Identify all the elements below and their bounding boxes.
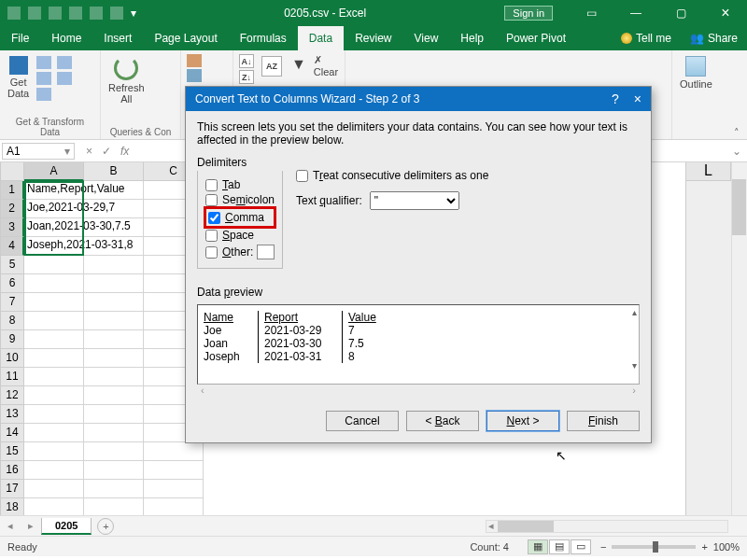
- tab-power-pivot[interactable]: Power Pivot: [495, 26, 577, 50]
- redo-icon[interactable]: [49, 7, 62, 20]
- tell-me[interactable]: Tell me: [612, 26, 681, 50]
- cell[interactable]: [24, 461, 84, 480]
- back-button[interactable]: < Back: [406, 411, 479, 431]
- outline-button[interactable]: Outline: [678, 54, 714, 91]
- cell[interactable]: [24, 442, 84, 461]
- zoom-in-button[interactable]: +: [701, 541, 707, 553]
- scroll-left-icon[interactable]: ◂: [486, 520, 496, 532]
- cell[interactable]: [24, 274, 84, 293]
- maximize-button[interactable]: ▢: [659, 0, 702, 26]
- preview-scroll-down-icon[interactable]: ▾: [632, 360, 637, 371]
- next-button[interactable]: Next >: [486, 411, 559, 431]
- cell[interactable]: [24, 405, 84, 424]
- row-header[interactable]: 4: [0, 237, 24, 256]
- tab-view[interactable]: View: [403, 26, 450, 50]
- row-header[interactable]: 8: [0, 312, 24, 330]
- qat-icon[interactable]: [110, 7, 123, 20]
- tab-data[interactable]: Data: [298, 26, 344, 50]
- row-header[interactable]: 14: [0, 424, 24, 442]
- new-sheet-button[interactable]: +: [97, 518, 114, 535]
- close-button[interactable]: ×: [704, 0, 747, 26]
- cell[interactable]: Name,Report,Value: [24, 181, 84, 200]
- sheet-tab-active[interactable]: 0205: [41, 518, 92, 535]
- qat-dropdown-icon[interactable]: ▾: [131, 7, 138, 20]
- chevron-down-icon[interactable]: ▾: [64, 145, 70, 158]
- fx-icon[interactable]: fx: [120, 145, 129, 158]
- cell[interactable]: [84, 461, 144, 480]
- ribbon-options-icon[interactable]: ▭: [570, 0, 613, 26]
- cell[interactable]: [84, 386, 144, 405]
- tab-home[interactable]: Home: [40, 26, 92, 50]
- minimize-button[interactable]: —: [614, 0, 657, 26]
- row-header[interactable]: 11: [0, 368, 24, 386]
- view-page-layout-icon[interactable]: ▤: [549, 539, 570, 554]
- stocks-icon[interactable]: [187, 54, 202, 67]
- cell[interactable]: [24, 480, 84, 498]
- treat-consecutive[interactable]: Treat consecutive delimiters as one: [296, 169, 488, 182]
- from-table-icon[interactable]: [36, 88, 51, 101]
- column-header-b[interactable]: B: [84, 162, 144, 181]
- row-header[interactable]: 7: [0, 293, 24, 312]
- row-header[interactable]: 3: [0, 218, 24, 237]
- zoom-slider[interactable]: [612, 545, 696, 549]
- get-data-button[interactable]: Get Data: [6, 54, 31, 101]
- share-button[interactable]: 👥Share: [681, 26, 747, 50]
- horizontal-scrollbar[interactable]: ◂: [486, 520, 728, 533]
- cell[interactable]: [24, 368, 84, 386]
- cell[interactable]: [84, 200, 144, 218]
- tab-help[interactable]: Help: [449, 26, 495, 50]
- cell[interactable]: [84, 424, 144, 442]
- cell[interactable]: [144, 498, 204, 515]
- scrollbar-thumb[interactable]: [498, 521, 554, 532]
- tab-file[interactable]: File: [0, 26, 40, 50]
- cell[interactable]: Joe,2021-03-29,7: [24, 200, 84, 218]
- sort-az-icon[interactable]: A↓: [239, 54, 254, 68]
- tab-review[interactable]: Review: [344, 26, 402, 50]
- delimiter-tab[interactable]: Tab: [205, 178, 275, 191]
- cell[interactable]: [144, 442, 204, 461]
- preview-scroll-left-icon[interactable]: ‹: [201, 385, 204, 398]
- row-header[interactable]: 17: [0, 480, 24, 498]
- help-icon[interactable]: ?: [612, 91, 619, 106]
- row-header[interactable]: 15: [0, 442, 24, 461]
- text-qualifier-select[interactable]: ": [370, 191, 459, 210]
- cell[interactable]: [84, 480, 144, 498]
- semicolon-checkbox[interactable]: [205, 194, 218, 206]
- signin-button[interactable]: Sign in: [504, 6, 553, 21]
- cell[interactable]: [84, 274, 144, 293]
- cell[interactable]: [84, 330, 144, 349]
- cell[interactable]: [24, 330, 84, 349]
- row-header[interactable]: 18: [0, 498, 24, 515]
- cell[interactable]: [24, 312, 84, 330]
- geography-icon[interactable]: [187, 69, 202, 82]
- row-header[interactable]: 9: [0, 330, 24, 349]
- recent-sources-icon[interactable]: [57, 56, 72, 69]
- cell[interactable]: [144, 480, 204, 498]
- row-header[interactable]: 10: [0, 349, 24, 368]
- tab-page-layout[interactable]: Page Layout: [143, 26, 228, 50]
- cell[interactable]: [84, 498, 144, 515]
- from-text-icon[interactable]: [36, 56, 51, 69]
- cell[interactable]: [84, 181, 144, 200]
- column-header-l[interactable]: L: [686, 162, 731, 181]
- delimiter-comma[interactable]: Comma: [208, 211, 272, 224]
- delimiter-other[interactable]: Other:: [205, 245, 253, 259]
- close-icon[interactable]: ×: [634, 91, 641, 106]
- cell[interactable]: [84, 368, 144, 386]
- sheet-nav-prev[interactable]: ◂: [0, 520, 21, 532]
- cell[interactable]: Joseph,2021-03-31,8: [24, 237, 84, 256]
- cell[interactable]: [84, 293, 144, 312]
- row-header[interactable]: 13: [0, 405, 24, 424]
- cell[interactable]: [84, 349, 144, 368]
- cell[interactable]: [24, 256, 84, 274]
- cancel-formula-icon[interactable]: ×: [86, 145, 92, 158]
- tab-insert[interactable]: Insert: [92, 26, 143, 50]
- qat-icon[interactable]: [69, 7, 82, 20]
- zoom-knob[interactable]: [653, 541, 658, 553]
- tab-formulas[interactable]: Formulas: [229, 26, 298, 50]
- sheet-nav-next[interactable]: ▸: [21, 520, 41, 532]
- existing-conn-icon[interactable]: [57, 72, 72, 85]
- cell[interactable]: [84, 405, 144, 424]
- cell[interactable]: [24, 293, 84, 312]
- cell[interactable]: [24, 349, 84, 368]
